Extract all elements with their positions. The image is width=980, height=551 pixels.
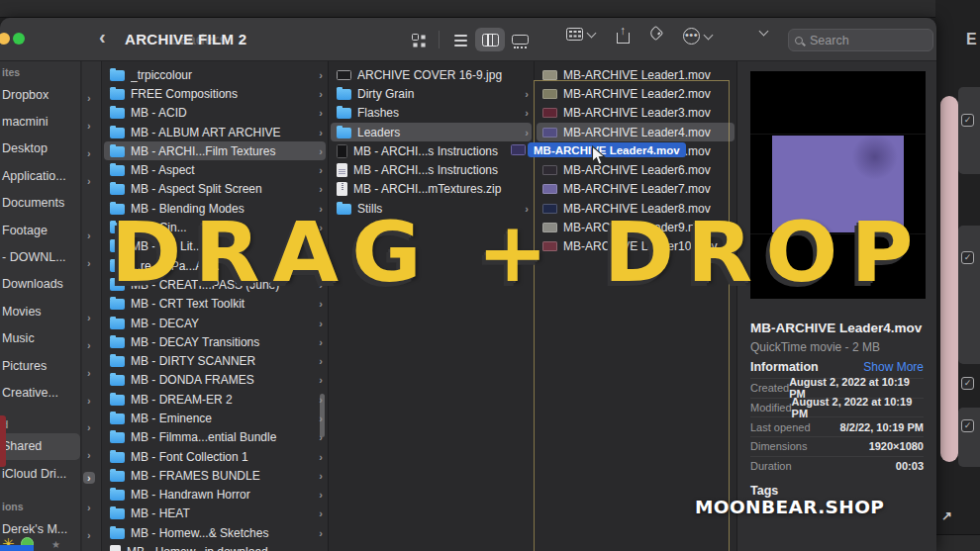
file-row[interactable]: _trpiccolour› — [102, 65, 328, 84]
file-row[interactable]: MB - ARCHI...Film Textures› — [104, 141, 326, 160]
view-as-columns-button[interactable] — [475, 28, 505, 51]
info-row: Last opened8/2/22, 10:19 PM — [750, 416, 924, 436]
view-as-gallery-button[interactable] — [505, 28, 535, 51]
file-row[interactable]: MB - Aspect› — [102, 160, 328, 179]
folder-icon — [337, 128, 351, 138]
column-scrollbar[interactable] — [320, 394, 325, 437]
more-actions-button[interactable]: ••• — [683, 28, 712, 45]
search-field[interactable] — [788, 29, 933, 51]
folder-icon — [110, 70, 125, 81]
sidebar-item[interactable]: macmini — [0, 108, 80, 135]
movie-icon — [542, 70, 557, 80]
file-row-label: FREE Compositions — [131, 87, 315, 101]
file-row[interactable]: MB - Homew...& Sketches› — [102, 523, 328, 542]
sidebar-item-label: - DOWNL... — [2, 250, 66, 264]
file-row[interactable]: MB - ARCHI...s Instructions — [329, 160, 534, 179]
sidebar-item[interactable]: Pictures — [0, 352, 80, 379]
chevron-right-icon: › — [319, 451, 323, 463]
file-row-label: ARCHIVE COVER 16-9.jpg — [357, 68, 529, 82]
frame-line — [750, 134, 926, 135]
tags-button[interactable] — [650, 28, 661, 39]
folder-icon — [110, 184, 125, 195]
file-row[interactable]: MB - ARCHI...mTextures.zip — [329, 180, 534, 199]
sidebar-item[interactable]: - DOWNL... — [0, 243, 80, 270]
file-row[interactable]: MB - Eminence› — [102, 409, 328, 427]
file-row[interactable]: MB - ACID› — [102, 104, 328, 123]
sidebar-item[interactable]: Creative... — [0, 379, 80, 406]
file-row[interactable]: Flashes› — [329, 104, 534, 123]
view-as-icons-button[interactable] — [403, 28, 433, 51]
sidebar-item-label: Downloads — [2, 277, 63, 291]
sidebar-item[interactable]: Dropbox — [0, 81, 80, 108]
info-row-value: August 2, 2022 at 10:19 PM — [792, 396, 924, 419]
file-row[interactable]: MB - Aspect Split Screen› — [102, 180, 328, 199]
file-row[interactable]: MB - Filmma...ential Bundle› — [102, 428, 328, 447]
share-button[interactable] — [617, 28, 630, 44]
preview-pane: MB-ARCHIVE Leader4.mov QuickTime movie -… — [737, 61, 936, 551]
chevron-right-icon: › — [319, 489, 323, 501]
file-row[interactable]: MB - HEAT› — [102, 505, 328, 523]
file-row[interactable]: MB-ARCHIVE Leader3.mov — [535, 104, 736, 123]
chevron-down-icon — [759, 27, 769, 37]
ellipsis-icon: ••• — [683, 28, 700, 45]
file-row[interactable]: MB-ARCHIVE Leader4.mov — [537, 123, 735, 141]
movie-icon — [542, 165, 557, 175]
view-as-list-button[interactable] — [445, 28, 475, 51]
file-row-label: MB - Homew...& Sketches — [131, 526, 315, 540]
chevron-right-icon: › — [319, 470, 323, 482]
file-row[interactable]: MB-ARCHIVE Leader7.mov — [535, 180, 736, 199]
chevron-right-icon: › — [319, 318, 323, 329]
star-tag-icon[interactable]: ★ — [51, 539, 60, 550]
file-row[interactable]: Leaders› — [331, 123, 532, 141]
file-row[interactable]: MB - DECAY› — [102, 314, 328, 332]
screen: E ✓ ✓ ✓ ✓ ↗ ‹ Leaders ARCHIVE FILM 2 — [0, 0, 980, 551]
file-row[interactable]: MB - Font Collection 1› — [102, 447, 328, 466]
info-rows: CreatedAugust 2, 2022 at 10:19 PMModifie… — [750, 378, 924, 475]
sidebar-item[interactable]: Movies — [0, 298, 80, 324]
folder-icon — [110, 108, 125, 119]
show-more-link[interactable]: Show More — [863, 360, 924, 374]
sidebar-item[interactable]: Applicatio... — [0, 162, 80, 189]
sidebar-item[interactable]: Music — [0, 325, 80, 352]
file-row[interactable]: MB - Homew...ip.download — [102, 542, 328, 551]
file-row[interactable]: MB - ARCHI...s Instructions — [329, 141, 534, 160]
chevron-right-icon: › — [319, 127, 323, 138]
file-row[interactable]: MB - Handrawn Horror› — [102, 486, 328, 505]
zoom-button[interactable] — [13, 33, 25, 45]
file-row-label: MB - ARCHI...s Instructions — [353, 144, 529, 158]
chevron-right-icon: › — [319, 527, 323, 539]
file-row[interactable]: MB - DREAM-ER 2› — [102, 390, 328, 409]
file-row-label: MB - Filmma...ential Bundle — [131, 430, 315, 444]
sidebar-item[interactable]: Shared — [0, 433, 80, 460]
search-input[interactable] — [808, 33, 927, 48]
sidebar-item[interactable]: Downloads — [0, 271, 80, 298]
file-row-label: MB - ARCHI...mTextures.zip — [353, 182, 529, 196]
file-row[interactable]: MB - ALBUM ART ARCHIVE› — [102, 123, 328, 141]
file-row[interactable]: MB-ARCHIVE Leader2.mov — [535, 84, 736, 103]
mouse-cursor — [591, 145, 606, 170]
file-row[interactable]: MB-ARCHIVE Leader1.mov — [535, 65, 736, 84]
sidebar-item[interactable]: Documents — [0, 190, 80, 217]
toolbar-overflow-button[interactable] — [760, 28, 767, 37]
group-by-button[interactable] — [566, 28, 595, 41]
background-app-bottom — [935, 534, 980, 551]
file-row[interactable]: MB - FRAMES BUNDLE› — [102, 466, 328, 485]
file-row[interactable]: MB - DIRTY SCANNER› — [102, 351, 328, 370]
pink-shape — [940, 96, 958, 462]
file-row[interactable]: FREE Compositions› — [102, 84, 328, 103]
sidebar-item[interactable]: Footage — [0, 217, 80, 243]
file-row[interactable]: MB - DECAY Transitions› — [102, 332, 328, 351]
info-row-label: Modified — [750, 402, 792, 413]
chevron-right-icon: › — [87, 120, 91, 132]
image-icon — [337, 70, 351, 80]
folder-icon — [110, 471, 125, 482]
file-row[interactable]: ARCHIVE COVER 16-9.jpg — [329, 65, 534, 84]
sidebar-item[interactable]: Desktop — [0, 136, 80, 162]
minimize-button[interactable] — [0, 33, 10, 45]
file-row[interactable]: MB - DONDA FRAMES› — [102, 371, 328, 390]
back-button[interactable]: ‹ — [99, 26, 106, 48]
chevron-right-icon: › — [319, 374, 323, 386]
file-row[interactable]: MB-ARCHIVE Leader6.mov — [535, 160, 736, 179]
sidebar-item[interactable]: iCloud Dri... — [0, 460, 80, 487]
file-row[interactable]: Dirty Grain› — [329, 84, 534, 103]
